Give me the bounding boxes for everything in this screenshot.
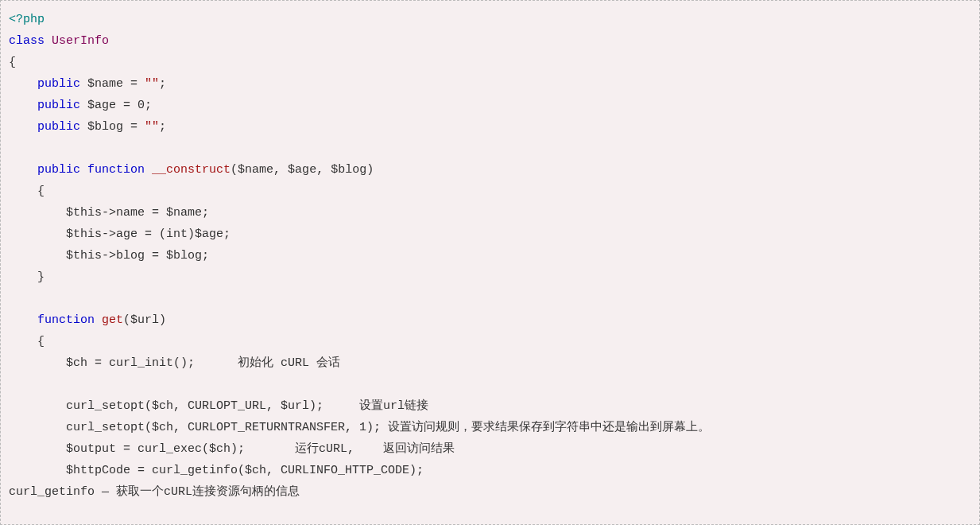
code-block: <?php class UserInfo { public $name = ""…: [0, 0, 980, 525]
code-text: $age = 0;: [87, 99, 152, 112]
comment-text: 返回访问结果: [383, 442, 455, 456]
brace-open: {: [37, 335, 45, 348]
code-text: ($url): [123, 313, 166, 327]
token-string: "": [145, 77, 159, 91]
comment-text: 运行cURL,: [295, 442, 354, 456]
token-php-open: <?php: [9, 13, 45, 26]
comment-text: 初始化 cURL 会话: [238, 356, 340, 370]
code-text: $this->name = $name;: [66, 206, 209, 220]
token-classname: UserInfo: [52, 34, 109, 48]
code-text: curl_setopt($ch, CURLOPT_URL, $url);: [66, 399, 323, 413]
token-public: public: [37, 99, 80, 112]
code-text: ($name, $age, $blog): [230, 163, 374, 177]
code-text: curl_setopt($ch, CURLOPT_RETURNTRANSFER,…: [66, 421, 381, 434]
code-text: $blog =: [87, 120, 145, 134]
token-function: function: [37, 313, 95, 327]
code-text: $ch = curl_init();: [66, 356, 195, 370]
brace-open: {: [9, 56, 16, 69]
code-text: $httpCode = curl_getinfo($ch, CURLINFO_H…: [66, 464, 424, 477]
code-text: $this->age = (int)$age;: [66, 228, 230, 241]
code-text: $this->blog = $blog;: [66, 249, 209, 262]
token-class: class: [9, 34, 45, 48]
comment-text: 设置url链接: [359, 399, 428, 413]
token-get: get: [102, 313, 123, 327]
token-string: "": [145, 120, 159, 134]
code-text: $output = curl_exec($ch);: [66, 442, 245, 456]
token-function: function: [87, 163, 145, 177]
brace-close: }: [37, 270, 45, 284]
comment-text: 设置访问规则，要求结果保存到字符串中还是输出到屏幕上。: [381, 421, 710, 434]
brace-open: {: [37, 185, 45, 198]
token-public: public: [37, 77, 80, 91]
token-public: public: [37, 120, 80, 134]
code-text: ;: [159, 77, 166, 91]
code-pre: <?php class UserInfo { public $name = ""…: [9, 9, 971, 503]
token-construct: __construct: [152, 163, 230, 177]
code-text: ;: [159, 120, 166, 134]
code-text: $name =: [87, 77, 145, 91]
code-text: curl_getinfo — 获取一个cURL连接资源句柄的信息: [9, 485, 300, 499]
token-public: public: [37, 163, 80, 177]
